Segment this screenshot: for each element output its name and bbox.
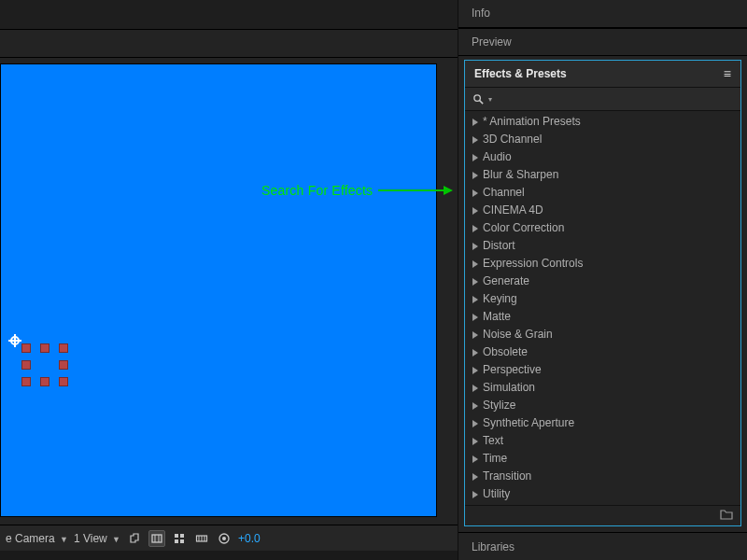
disclosure-triangle-icon[interactable] — [472, 314, 478, 321]
composition-pane: Search For Effects e Camera ▼ 1 View ▼ +… — [0, 0, 458, 560]
composition-canvas[interactable] — [0, 63, 437, 517]
effects-category-label: Transition — [483, 469, 531, 484]
effects-category-item[interactable]: Audio — [465, 148, 740, 166]
effects-category-item[interactable]: Matte — [465, 308, 740, 326]
disclosure-triangle-icon[interactable] — [472, 136, 478, 144]
disclosure-triangle-icon[interactable] — [472, 172, 478, 179]
effects-category-item[interactable]: Utility — [465, 485, 740, 503]
effects-category-item[interactable]: Channel — [465, 184, 740, 202]
effects-category-label: Synthetic Aperture — [483, 415, 574, 431]
effects-category-label: Time — [483, 451, 507, 467]
exposure-value[interactable]: +0.0 — [238, 532, 261, 545]
libraries-panel-title: Libraries — [472, 540, 514, 553]
search-icon[interactable] — [472, 93, 485, 105]
disclosure-triangle-icon[interactable] — [472, 367, 478, 374]
effects-category-item[interactable]: Obsolete — [465, 343, 740, 361]
disclosure-triangle-icon[interactable] — [472, 420, 478, 427]
effects-category-item[interactable]: Blur & Sharpen — [465, 166, 740, 184]
chevron-down-icon: ▼ — [112, 535, 120, 544]
svg-line-9 — [480, 100, 484, 104]
effects-category-item[interactable]: Text — [465, 432, 740, 450]
effects-category-label: Channel — [483, 185, 525, 201]
effects-category-item[interactable]: Distort — [465, 237, 740, 255]
effects-search-input[interactable] — [492, 92, 733, 105]
chevron-down-icon: ▼ — [60, 535, 68, 544]
effects-category-label: CINEMA 4D — [483, 203, 543, 218]
effects-category-item[interactable]: 3D Channel — [465, 131, 740, 148]
effects-category-item[interactable]: Expression Controls — [465, 255, 740, 273]
fast-previews-icon[interactable] — [171, 530, 188, 547]
bottom-spacer — [0, 551, 458, 560]
disclosure-triangle-icon[interactable] — [472, 225, 478, 232]
svg-point-7 — [222, 537, 226, 540]
disclosure-triangle-icon[interactable] — [472, 189, 478, 197]
panel-menu-icon[interactable]: ≡ — [724, 66, 731, 81]
effects-category-item[interactable]: Perspective — [465, 361, 740, 379]
effects-category-label: Generate — [483, 273, 529, 289]
disclosure-triangle-icon[interactable] — [472, 438, 478, 445]
effects-category-item[interactable]: Stylize — [465, 397, 740, 414]
disclosure-triangle-icon[interactable] — [472, 296, 478, 303]
disclosure-triangle-icon[interactable] — [472, 207, 478, 215]
effects-category-label: Blur & Sharpen — [483, 167, 558, 183]
effects-category-item[interactable]: * Animation Presets — [465, 113, 740, 131]
disclosure-triangle-icon[interactable] — [472, 260, 478, 268]
effects-category-label: Audio — [483, 149, 512, 165]
effects-category-item[interactable]: Keying — [465, 290, 740, 308]
camera-dropdown[interactable]: e Camera ▼ — [6, 532, 68, 545]
disclosure-triangle-icon[interactable] — [472, 385, 478, 392]
effects-panel-titlebar[interactable]: Effects & Presets ≡ — [465, 61, 740, 87]
effects-category-item[interactable]: Color Correction — [465, 219, 740, 237]
svg-rect-3 — [175, 539, 178, 543]
disclosure-triangle-icon[interactable] — [472, 154, 478, 161]
disclosure-triangle-icon[interactable] — [472, 473, 478, 481]
disclosure-triangle-icon[interactable] — [472, 491, 478, 498]
svg-rect-1 — [175, 534, 178, 538]
effects-category-item[interactable]: Noise & Grain — [465, 326, 740, 343]
libraries-panel-header[interactable]: Libraries — [458, 532, 747, 560]
right-panel-stack: Info Preview Effects & Presets ≡ ▾ * Ani… — [458, 0, 747, 560]
effects-search-row[interactable]: ▾ — [465, 87, 740, 111]
timecode-icon[interactable] — [193, 530, 210, 547]
disclosure-triangle-icon[interactable] — [472, 402, 478, 410]
snapshot-icon[interactable] — [216, 530, 233, 547]
disclosure-triangle-icon[interactable] — [472, 243, 478, 250]
effects-category-label: Utility — [483, 486, 510, 502]
pixel-aspect-icon[interactable] — [148, 530, 165, 547]
composition-viewport[interactable]: Search For Effects — [0, 58, 458, 525]
disclosure-triangle-icon[interactable] — [472, 119, 478, 126]
svg-rect-0 — [152, 535, 162, 542]
effects-category-label: Simulation — [483, 380, 535, 396]
share-view-icon[interactable] — [126, 530, 143, 547]
effects-category-label: Noise & Grain — [483, 327, 553, 343]
svg-rect-2 — [180, 534, 184, 538]
effects-category-label: Distort — [483, 238, 515, 254]
effects-panel-footer — [465, 505, 740, 525]
svg-point-8 — [474, 94, 480, 101]
effects-category-item[interactable]: CINEMA 4D — [465, 202, 740, 219]
effects-category-item[interactable]: Simulation — [465, 379, 740, 397]
effects-category-label: Obsolete — [483, 344, 528, 360]
effects-presets-panel: Effects & Presets ≡ ▾ * Animation Preset… — [464, 60, 741, 526]
top-bar — [0, 0, 458, 30]
effects-category-item[interactable]: Generate — [465, 273, 740, 290]
effects-category-label: 3D Channel — [483, 132, 542, 147]
disclosure-triangle-icon[interactable] — [472, 331, 478, 339]
effects-category-item[interactable]: Transition — [465, 468, 740, 485]
disclosure-triangle-icon[interactable] — [472, 455, 478, 463]
preview-panel-title: Preview — [472, 35, 512, 49]
view-count-label: 1 View — [74, 532, 107, 545]
disclosure-triangle-icon[interactable] — [472, 278, 478, 286]
view-count-dropdown[interactable]: 1 View ▼ — [74, 532, 120, 545]
effects-category-item[interactable]: Time — [465, 450, 740, 468]
info-panel-title: Info — [472, 7, 490, 20]
effects-category-label: Perspective — [483, 362, 542, 378]
effects-category-label: Stylize — [483, 398, 515, 413]
new-folder-icon[interactable] — [720, 509, 733, 523]
effects-category-item[interactable]: Synthetic Aperture — [465, 414, 740, 432]
effects-category-label: * Animation Presets — [483, 114, 581, 130]
info-panel-header[interactable]: Info — [458, 0, 747, 28]
viewer-toolbar: e Camera ▼ 1 View ▼ +0.0 — [0, 525, 458, 551]
preview-panel-header[interactable]: Preview — [458, 28, 747, 56]
disclosure-triangle-icon[interactable] — [472, 349, 478, 357]
